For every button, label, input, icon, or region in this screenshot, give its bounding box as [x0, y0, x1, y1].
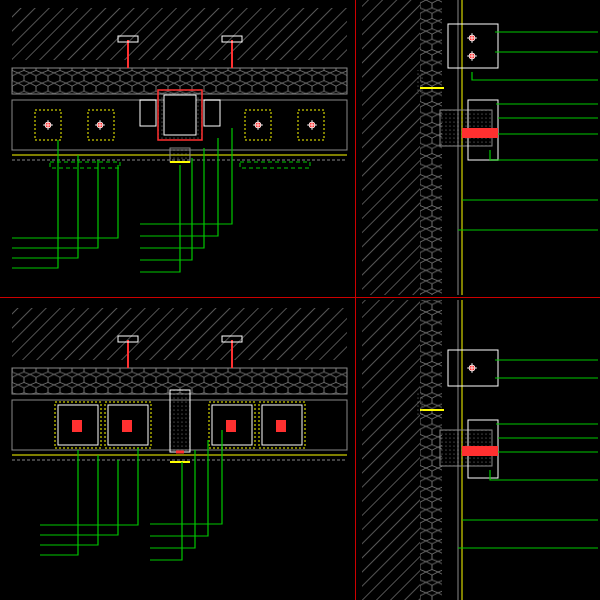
anchor-icon [467, 363, 477, 373]
anchor-icon [95, 120, 105, 130]
panel-joint [170, 390, 190, 452]
svg-rect-23 [240, 162, 310, 168]
svg-rect-13 [164, 95, 196, 135]
svg-rect-14 [140, 100, 156, 126]
anchor-icon [467, 33, 477, 43]
svg-rect-46 [226, 420, 236, 432]
concrete-wall [362, 300, 420, 600]
svg-rect-45 [122, 420, 132, 432]
svg-rect-44 [72, 420, 82, 432]
concrete-wall [362, 0, 420, 295]
insulation-layer [420, 0, 442, 295]
top-bracket [448, 24, 498, 68]
svg-rect-28 [462, 128, 498, 138]
svg-rect-15 [204, 100, 220, 126]
cad-viewport [0, 0, 600, 600]
svg-rect-56 [462, 446, 498, 456]
drawing-canvas [0, 0, 600, 600]
quadrant-bottom-left [12, 308, 347, 560]
svg-rect-30 [416, 70, 424, 94]
crosshair-vertical [355, 0, 356, 600]
insulation-layer [420, 300, 442, 600]
svg-rect-58 [416, 392, 424, 416]
svg-rect-47 [276, 420, 286, 432]
quadrant-bottom-right [362, 300, 598, 600]
quadrant-top-left [12, 8, 347, 272]
concrete-slab [12, 308, 347, 360]
crosshair-horizontal [0, 297, 600, 298]
anchor-icon [43, 120, 53, 130]
anchor-icon [253, 120, 263, 130]
anchor-icon [467, 51, 477, 61]
svg-rect-16 [170, 148, 190, 162]
quadrant-top-right [362, 0, 598, 295]
svg-rect-22 [50, 162, 120, 168]
anchor-icon [307, 120, 317, 130]
concrete-slab [12, 8, 347, 60]
